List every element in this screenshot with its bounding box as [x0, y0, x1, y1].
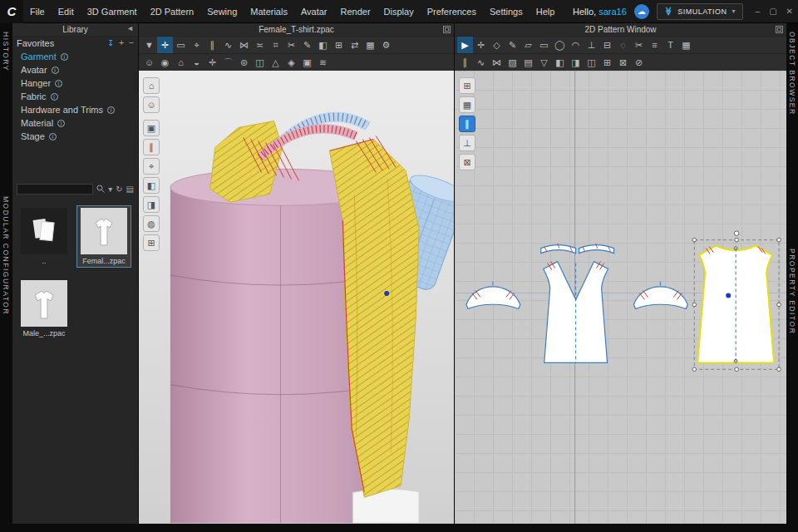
object-browser-panel-tab[interactable]: OBJECT BROWSER [788, 32, 796, 116]
polygon-icon[interactable]: ▱ [520, 37, 536, 54]
view-mode-icon[interactable]: ▤ [126, 185, 134, 194]
library-tree-item-avatar[interactable]: Avatari [12, 63, 138, 76]
menu-edit[interactable]: Edit [52, 0, 81, 23]
show-seams-icon[interactable]: ∥ [143, 139, 160, 155]
grading-icon[interactable]: ≡ [647, 37, 663, 54]
dart-2d-icon[interactable]: ▽ [536, 54, 552, 71]
detail-sewing-icon[interactable]: ≍ [252, 37, 268, 54]
segment-sewing-icon[interactable]: ∥ [204, 37, 220, 54]
library-item-parent-folder[interactable]: .. [17, 206, 71, 267]
show-notch-2d-icon[interactable]: ⊥ [459, 135, 475, 151]
library-tree-item-stage[interactable]: Stagei [12, 130, 138, 143]
info-icon[interactable]: i [61, 53, 68, 61]
menu-avatar[interactable]: Avatar [294, 0, 334, 23]
transform-icon[interactable]: ▶ [457, 37, 473, 54]
measure-icon[interactable]: ⌗ [268, 37, 283, 54]
menu-2d-pattern[interactable]: 2D Pattern [144, 0, 201, 23]
show-pins-icon[interactable]: ⌖ [143, 158, 160, 175]
lock-2d-icon[interactable]: ⊠ [459, 154, 475, 170]
info-icon[interactable]: i [52, 66, 59, 74]
texture-2d-icon[interactable]: ▦ [678, 37, 694, 54]
settings-icon[interactable]: ⚙ [378, 37, 394, 54]
hide-icon[interactable]: ⊘ [631, 54, 647, 71]
symmetry-icon[interactable]: ◫ [584, 54, 599, 71]
menu-materials[interactable]: Materials [244, 0, 294, 23]
texture-icon[interactable]: ▦ [362, 37, 378, 54]
scene-3d[interactable] [139, 71, 454, 524]
pattern-back-bodice-selected[interactable] [692, 231, 781, 372]
shoes-icon[interactable]: ⌂ [173, 54, 189, 71]
simulate-icon[interactable]: ▼ [141, 37, 157, 54]
pattern-collar-left[interactable] [541, 244, 576, 254]
fold-arrange-icon[interactable]: ◧ [315, 37, 331, 54]
select-move-icon[interactable]: ✛ [157, 37, 173, 54]
grid-3d-icon[interactable]: ▣ [299, 54, 315, 71]
info-icon[interactable]: i [49, 133, 57, 140]
pattern-sleeve-right[interactable] [633, 282, 687, 309]
restore-button[interactable]: ▢ [769, 7, 776, 16]
close-button[interactable]: ✕ [786, 7, 793, 16]
arrange-point-icon[interactable]: ⊚ [236, 54, 252, 71]
dock-left-arrow-icon[interactable]: ◄ [126, 24, 134, 32]
cloud-sync-icon[interactable]: ☁ [634, 4, 649, 19]
show-garment-icon[interactable]: ▣ [143, 120, 160, 136]
library-item-male-tshirt[interactable]: Male_...zpac [17, 278, 71, 339]
show-avatar-icon[interactable]: ☺ [143, 96, 160, 113]
search-input[interactable] [17, 184, 93, 195]
avatar-skin-icon[interactable]: ◉ [157, 54, 173, 71]
tape-avatar-icon[interactable]: ⌒ [220, 54, 236, 71]
edit-pattern-icon[interactable]: ✛ [473, 37, 489, 54]
history-panel-tab[interactable]: HISTORY [2, 32, 10, 71]
scene-2d[interactable] [455, 71, 786, 524]
modular-configurator-panel-tab[interactable]: MODULAR CONFIGURATOR [2, 196, 10, 315]
lock-icon[interactable]: ⊠ [615, 54, 631, 71]
wind-icon[interactable]: ≋ [315, 54, 331, 71]
strain-map-icon[interactable]: ◧ [143, 177, 160, 194]
menu-render[interactable]: Render [334, 0, 377, 23]
library-item-female-tshirt[interactable]: Femal...zpac [77, 206, 131, 267]
simulation-dropdown[interactable]: ≫ SIMULATION ▾ [657, 3, 743, 20]
property-editor-panel-tab[interactable]: PROPERTY EDITOR [788, 249, 796, 334]
pin-icon[interactable]: ⌖ [189, 37, 204, 54]
pose-icon[interactable]: △ [268, 54, 283, 71]
library-tree-item-fabric[interactable]: Fabrici [12, 90, 138, 103]
bounding-volume-icon[interactable]: ◫ [252, 54, 268, 71]
show-texture-2d-icon[interactable]: ▦ [459, 96, 475, 113]
add-favorite-icon[interactable]: + [119, 38, 124, 47]
minimize-button[interactable]: – [756, 7, 761, 16]
free-sewing-2d-icon[interactable]: ∿ [473, 54, 489, 71]
scissors-icon[interactable]: ✂ [283, 37, 299, 54]
dart-icon[interactable]: ◠ [568, 37, 584, 54]
placement-point-2d[interactable] [726, 293, 731, 298]
edit-sewing-icon[interactable]: ⋈ [236, 37, 252, 54]
pattern-front-bodice[interactable] [544, 262, 608, 363]
internal-line-icon[interactable]: ▨ [505, 54, 520, 71]
library-tree-item-hanger[interactable]: Hangeri [12, 76, 138, 90]
text-icon[interactable]: T [663, 37, 678, 54]
reset-view-icon[interactable]: ⌂ [143, 77, 160, 94]
layer-icon[interactable]: ⊞ [599, 54, 615, 71]
seam-allowance-icon[interactable]: ⊟ [599, 37, 615, 54]
menu-help[interactable]: Help [530, 0, 562, 23]
library-tree-item-material[interactable]: Materiali [12, 116, 138, 130]
popout-window-icon[interactable] [776, 26, 783, 33]
refresh-icon[interactable]: ↻ [116, 185, 122, 194]
user-greeting[interactable]: Hello, sara16 [573, 7, 627, 17]
avatar-display-icon[interactable]: ☺ [141, 54, 157, 71]
measure-avatar-icon[interactable]: ✛ [204, 54, 220, 71]
pen-3d-icon[interactable]: ✎ [299, 37, 315, 54]
viewport-2d-canvas[interactable]: ⊞▦∥⊥⊠ [455, 71, 786, 524]
info-icon[interactable]: i [55, 80, 62, 87]
trace-icon[interactable]: ◌ [615, 37, 631, 54]
menu-settings[interactable]: Settings [483, 0, 530, 23]
select-box-icon[interactable]: ▭ [173, 37, 189, 54]
collapse-favorites-icon[interactable]: − [129, 38, 134, 47]
info-icon[interactable]: i [107, 106, 115, 114]
pattern-sleeve-left[interactable] [466, 282, 520, 309]
garment-hem-piece-3d[interactable] [352, 489, 419, 523]
menu-display[interactable]: Display [377, 0, 421, 23]
viewport-3d-canvas[interactable]: ⌂☺ ▣∥⌖◧◨◍⊞ [139, 71, 454, 524]
hair-icon[interactable]: ◒ [189, 54, 204, 71]
add-point-icon[interactable]: ◇ [489, 37, 505, 54]
library-tree-item-garment[interactable]: Garmenti [12, 50, 138, 63]
